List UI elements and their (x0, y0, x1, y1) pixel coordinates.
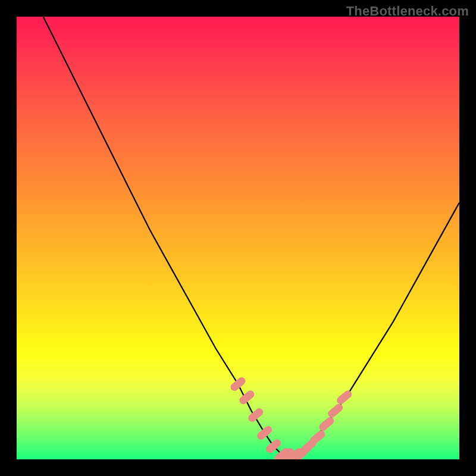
probe-marker (243, 394, 250, 400)
chart-frame: TheBottleneck.com (0, 0, 476, 476)
probe-marker (252, 412, 259, 418)
chart-svg (17, 17, 459, 459)
probe-markers (234, 381, 348, 458)
plot-background (17, 17, 459, 459)
probe-marker (305, 443, 312, 449)
probe-marker (270, 443, 277, 449)
probe-marker (234, 381, 242, 387)
probe-marker (323, 421, 330, 427)
probe-marker (341, 394, 348, 400)
probe-marker (332, 408, 339, 414)
bottleneck-curve (43, 17, 459, 455)
probe-marker (314, 434, 321, 440)
probe-marker (261, 430, 268, 436)
